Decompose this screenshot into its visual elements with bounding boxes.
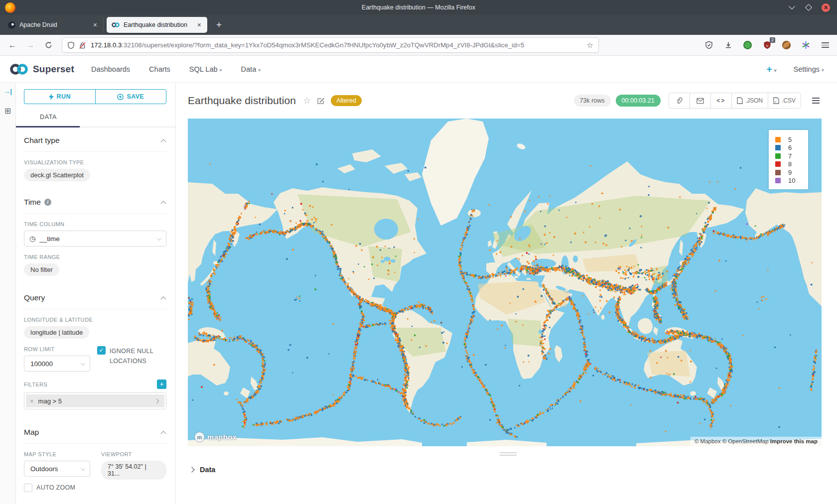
legend-item[interactable]: 6	[775, 144, 808, 152]
section-chart-type[interactable]: Chart type	[24, 127, 166, 152]
chart-area: Earthquake distribution ☆ Altered 73k ro…	[176, 83, 837, 504]
row-limit-select[interactable]: 100000	[24, 356, 90, 372]
row-count-badge: 73k rows	[574, 95, 611, 107]
new-chart-plus-button[interactable]: +▾	[766, 64, 776, 75]
svg-text:x: x	[775, 100, 776, 103]
viz-type-value[interactable]: deck.gl Scatterplot	[24, 169, 90, 181]
datasource-grid-icon[interactable]: ⊞	[4, 106, 11, 116]
section-time[interactable]: Timei	[24, 189, 166, 214]
tab-earthquake-distribution[interactable]: Earthquake distribution ×	[107, 17, 207, 33]
remove-filter-icon[interactable]: ×	[30, 397, 34, 405]
collapse-rail: →| ⊞	[0, 83, 16, 504]
ublock-shield-icon[interactable]: u 2	[762, 40, 772, 50]
ignore-null-checkbox-row[interactable]: ✓ IGNORE NULLLOCATIONS	[97, 346, 166, 366]
embed-code-button[interactable]: <>	[711, 93, 732, 108]
minimize-icon[interactable]	[788, 3, 796, 11]
forward-icon[interactable]: →	[24, 40, 37, 50]
section-title: Timei	[24, 198, 51, 207]
tab-close-icon[interactable]: ×	[91, 21, 99, 29]
cookie-icon[interactable]	[782, 40, 791, 50]
menu-hamburger-icon[interactable]	[821, 40, 830, 50]
protections-shield-icon[interactable]	[704, 40, 713, 50]
checkbox-checked-icon[interactable]: ✓	[97, 346, 106, 355]
legend-item[interactable]: 9	[775, 168, 808, 177]
permissions-shield-icon[interactable]	[67, 41, 75, 49]
chart-menu-icon[interactable]	[808, 93, 823, 108]
tab-close-icon[interactable]: ×	[195, 21, 203, 29]
add-filter-button[interactable]: +	[157, 379, 166, 389]
data-results-collapse[interactable]: Data	[188, 461, 837, 474]
export-json-button[interactable]: .JSON	[732, 93, 768, 108]
extension-pinwheel-icon[interactable]	[801, 40, 811, 50]
collapse-panel-icon[interactable]: →|	[3, 88, 12, 95]
control-panel: RUN SAVE DATA Chart type VISUALIZATION T…	[16, 83, 176, 504]
world-map-canvas[interactable]	[188, 119, 822, 446]
chevron-down-icon: ▾	[774, 68, 777, 73]
map-attribution: © Mapbox © OpenStreetMap Improve this ma…	[691, 437, 822, 446]
time-column-label: TIME COLUMN	[24, 221, 166, 227]
cache-link-button[interactable]	[669, 93, 690, 108]
legend-item[interactable]: 7	[775, 152, 808, 160]
legend-item[interactable]: 8	[775, 160, 808, 169]
mapbox-icon: m	[194, 432, 205, 442]
deckgl-scatter-map[interactable]: 5 6 7 8 9 10 m mapbox © Mapbox © OpenStr…	[188, 119, 822, 446]
mapbox-logo[interactable]: m mapbox	[194, 432, 237, 442]
time-column-select[interactable]: ◷ __time	[24, 231, 166, 247]
filter-chip[interactable]: × mag > 5	[26, 394, 164, 407]
back-icon[interactable]: ←	[6, 40, 19, 50]
legend-item[interactable]: 10	[775, 177, 808, 185]
nav-item-dashboards[interactable]: Dashboards	[91, 65, 130, 73]
section-point-size[interactable]: Point Size	[24, 500, 166, 504]
url-path: :32108/superset/explore/?form_data_key=1…	[122, 41, 524, 49]
superset-infinity-icon	[9, 63, 29, 76]
resize-drag-handle[interactable]	[500, 452, 517, 456]
viewport-value[interactable]: 7° 35' 54.02" | 31...	[101, 461, 166, 480]
attribution-text[interactable]: © Mapbox © OpenStreetMap	[695, 438, 769, 444]
section-title: Chart type	[24, 136, 60, 145]
run-button[interactable]: RUN	[24, 89, 95, 104]
tab-apache-druid[interactable]: Apache Druid ×	[3, 17, 104, 33]
chevron-up-icon	[160, 431, 166, 436]
maximize-icon[interactable]	[805, 3, 813, 11]
section-map[interactable]: Map	[24, 419, 166, 444]
nav-item-data[interactable]: Data▾	[241, 65, 261, 73]
reload-icon[interactable]	[42, 41, 55, 49]
map-style-select[interactable]: Outdoors	[24, 461, 90, 477]
time-range-label: TIME RANGE	[24, 254, 166, 260]
superset-favicon	[112, 22, 120, 28]
nav-item-sql-lab[interactable]: SQL Lab▾	[189, 65, 222, 73]
auto-zoom-row[interactable]: AUTO ZOOM	[24, 483, 90, 493]
nav-item-charts[interactable]: Charts	[149, 65, 170, 73]
section-query[interactable]: Query	[24, 285, 166, 309]
chevron-up-icon	[160, 139, 166, 144]
new-tab-button[interactable]: +	[210, 19, 228, 30]
url-bar[interactable]: 172.18.0.3:32108/superset/explore/?form_…	[62, 37, 599, 53]
extension-green-icon[interactable]	[743, 40, 752, 50]
druid-favicon	[8, 21, 15, 29]
chevron-down-icon	[81, 361, 86, 366]
improve-map-link[interactable]: Improve this map	[770, 438, 818, 444]
active-tab-indicator	[16, 126, 80, 127]
edit-properties-icon[interactable]	[317, 97, 325, 105]
badge-count: 2	[770, 37, 775, 43]
checkbox-unchecked[interactable]	[24, 484, 32, 492]
firefox-window: Earthquake distribution — Mozilla Firefo…	[0, 0, 837, 504]
legend-item[interactable]: 5	[775, 135, 808, 144]
favorite-star-icon[interactable]: ☆	[303, 95, 311, 106]
bookmark-star-icon[interactable]: ☆	[583, 41, 593, 50]
section-title: Query	[24, 293, 45, 302]
lonlat-value[interactable]: longitude | latitude	[24, 326, 89, 339]
settings-menu[interactable]: Settings▾	[794, 65, 824, 73]
chevron-right-icon[interactable]	[154, 398, 159, 403]
save-button[interactable]: SAVE	[95, 89, 167, 104]
tab-data[interactable]: DATA	[40, 114, 57, 126]
time-range-value[interactable]: No filter	[24, 263, 59, 276]
downloads-icon[interactable]	[723, 40, 733, 50]
url-text[interactable]: 172.18.0.3:32108/superset/explore/?form_…	[91, 41, 583, 49]
close-window-icon[interactable]: ✕	[822, 3, 830, 12]
legend-swatch	[775, 161, 781, 167]
export-csv-button[interactable]: x .CSV	[768, 93, 801, 108]
insecure-lock-icon[interactable]	[79, 41, 86, 49]
superset-logo[interactable]: Superset	[9, 63, 74, 76]
email-button[interactable]	[690, 93, 711, 108]
